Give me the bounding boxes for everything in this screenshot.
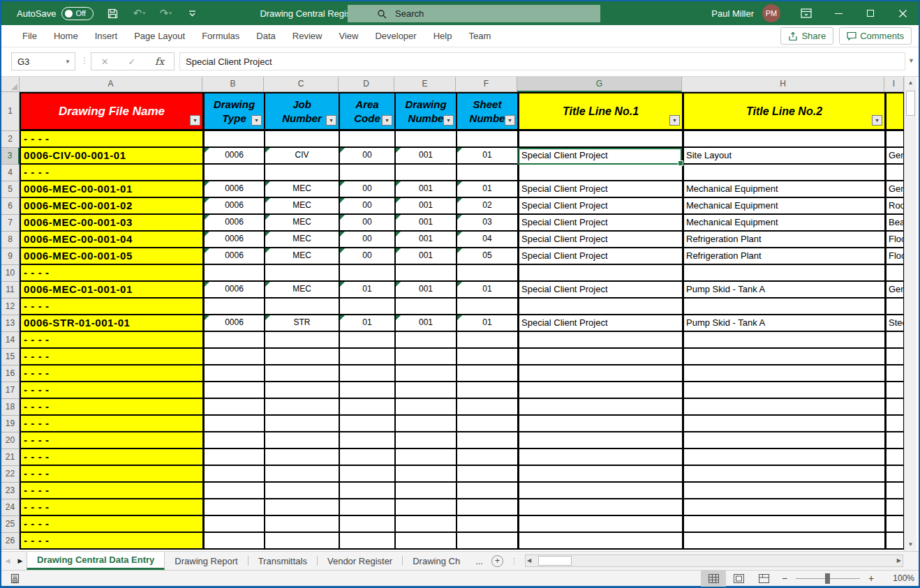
cell-D19[interactable] [339, 416, 394, 432]
cell-F23[interactable] [456, 483, 517, 499]
cell-F3[interactable]: 01 [456, 148, 517, 165]
cell-H22[interactable] [682, 466, 884, 483]
page-break-preview-button[interactable] [751, 571, 776, 587]
cell-A7[interactable]: 0006-MEC-00-001-03 [20, 215, 202, 232]
cell-G17[interactable] [517, 382, 682, 399]
cell-C11[interactable]: MEC [264, 282, 339, 299]
cell-H16[interactable] [682, 365, 884, 382]
cell-I6[interactable]: Roo [884, 198, 904, 215]
cell-A22[interactable]: - - - - [20, 466, 202, 483]
cell-A9[interactable]: 0006-MEC-00-001-05 [20, 248, 202, 265]
cell-A4[interactable]: - - - - [20, 165, 202, 181]
horizontal-scrollbar-thumb[interactable] [538, 556, 572, 566]
cell-I21[interactable] [884, 449, 904, 466]
undo-button[interactable]: ↶▾ [131, 4, 147, 22]
cell-A24[interactable]: - - - - [20, 499, 202, 516]
previous-sheet-icon[interactable]: ◀ [1, 552, 14, 570]
cell-G7[interactable]: Special Client Project [517, 215, 682, 232]
column-header-H[interactable]: H [682, 77, 884, 92]
cell-C17[interactable] [264, 382, 339, 399]
cell-E14[interactable] [394, 332, 456, 349]
cell-I13[interactable]: Stee [884, 315, 904, 332]
cell-C18[interactable] [264, 399, 339, 416]
tabbar-grip[interactable]: ⋮ [510, 557, 518, 566]
cell-F17[interactable] [456, 382, 517, 399]
cell-D13[interactable]: 01 [339, 315, 394, 332]
sheet-tab-overflow[interactable]: ... [470, 552, 489, 570]
cell-B20[interactable] [202, 432, 264, 449]
horizontal-scrollbar[interactable]: ◀ ▶ [525, 555, 903, 567]
cell-F19[interactable] [456, 416, 517, 432]
cell-E10[interactable] [394, 265, 456, 282]
cell-D5[interactable]: 00 [339, 181, 394, 198]
cell-C22[interactable] [264, 466, 339, 483]
row-header-7[interactable]: 7 [1, 215, 20, 232]
cell-E21[interactable] [394, 449, 456, 466]
ribbon-tab-file[interactable]: File [14, 25, 45, 47]
cell-F26[interactable] [456, 533, 517, 550]
cell-F11[interactable]: 01 [456, 282, 517, 299]
sheet-tab-transmittals[interactable]: Transmittals [248, 552, 317, 570]
cell-G25[interactable] [517, 516, 682, 533]
cell-C19[interactable] [264, 416, 339, 432]
column-header-G[interactable]: G [517, 77, 682, 92]
cell-F5[interactable]: 01 [456, 181, 517, 198]
cell-C5[interactable]: MEC [264, 181, 339, 198]
maximize-button[interactable] [854, 1, 886, 25]
cell-I12[interactable] [884, 299, 904, 315]
cell-H18[interactable] [682, 399, 884, 416]
cell-H5[interactable]: Mechanical Equipment [682, 181, 884, 198]
cell-B14[interactable] [202, 332, 264, 349]
cell-F9[interactable]: 05 [456, 248, 517, 265]
cell-G14[interactable] [517, 332, 682, 349]
cell-B26[interactable] [202, 533, 264, 550]
cell-A8[interactable]: 0006-MEC-00-001-04 [20, 232, 202, 248]
row-header-1[interactable]: 1 [1, 92, 20, 131]
cell-D21[interactable] [339, 449, 394, 466]
cell-A15[interactable]: - - - - [20, 349, 202, 365]
row-header-5[interactable]: 5 [1, 181, 20, 198]
cell-C25[interactable] [264, 516, 339, 533]
cell-D9[interactable]: 00 [339, 248, 394, 265]
cell-D18[interactable] [339, 399, 394, 416]
cell-F4[interactable] [456, 165, 517, 181]
cell-B3[interactable]: 0006 [202, 148, 264, 165]
zoom-slider-thumb[interactable] [825, 573, 830, 584]
cell-A13[interactable]: 0006-STR-01-001-01 [20, 315, 202, 332]
row-header-16[interactable]: 16 [1, 365, 20, 382]
sheet-tab-drawing-ch[interactable]: Drawing Ch [403, 552, 470, 570]
cell-I17[interactable] [884, 382, 904, 399]
cell-C26[interactable] [264, 533, 339, 550]
cell-B8[interactable]: 0006 [202, 232, 264, 248]
cell-E8[interactable]: 001 [394, 232, 456, 248]
row-header-8[interactable]: 8 [1, 232, 20, 248]
cell-I15[interactable] [884, 349, 904, 365]
cell-A16[interactable]: - - - - [20, 365, 202, 382]
cell-F18[interactable] [456, 399, 517, 416]
cell-D20[interactable] [339, 432, 394, 449]
cell-F2[interactable] [456, 131, 517, 148]
cell-G16[interactable] [517, 365, 682, 382]
cell-C4[interactable] [264, 165, 339, 181]
cell-C9[interactable]: MEC [264, 248, 339, 265]
filter-dropdown-B[interactable]: ▼ [251, 115, 262, 126]
cell-I7[interactable]: Bea [884, 215, 904, 232]
column-header-A[interactable]: A [20, 77, 202, 92]
ribbon-tab-page-layout[interactable]: Page Layout [126, 25, 193, 47]
zoom-in-button[interactable]: + [863, 573, 880, 584]
cell-D14[interactable] [339, 332, 394, 349]
cell-B4[interactable] [202, 165, 264, 181]
cell-B25[interactable] [202, 516, 264, 533]
row-header-26[interactable]: 26 [1, 533, 20, 550]
cell-G20[interactable] [517, 432, 682, 449]
sheet-tab-drawing-central-data-entry[interactable]: Drawing Central Data Entry [27, 552, 165, 570]
cell-I26[interactable] [884, 533, 904, 550]
cell-I25[interactable] [884, 516, 904, 533]
ribbon-tab-data[interactable]: Data [248, 25, 283, 47]
filter-dropdown-H[interactable]: ▼ [872, 115, 882, 126]
cell-H25[interactable] [682, 516, 884, 533]
cell-I11[interactable]: Gen [884, 282, 904, 299]
cell-E15[interactable] [394, 349, 456, 365]
sheet-tab-drawing-report[interactable]: Drawing Report [165, 552, 247, 570]
cell-A25[interactable]: - - - - [20, 516, 202, 533]
